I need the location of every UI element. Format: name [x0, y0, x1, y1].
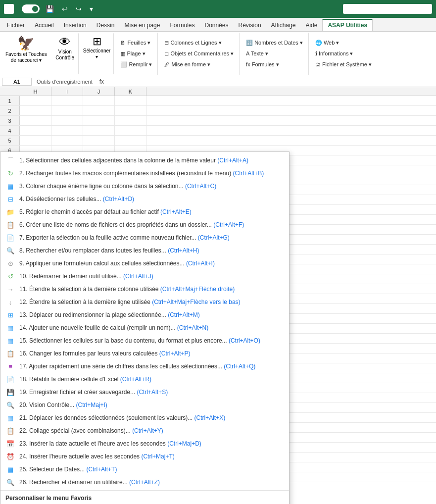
menu-item-text: 21. Déplacer les données sélectionnées (…: [19, 414, 284, 421]
menu-item-text: 10. Redémarrer le dernier outil utilisé.…: [19, 273, 284, 280]
cell[interactable]: [115, 136, 146, 145]
btn-nombres[interactable]: 🔢 Nombres et Dates ▾: [242, 38, 306, 48]
formula-bar: Outils d'enregistrement fx: [0, 76, 436, 87]
btn-formules-ribbon[interactable]: fx Formules ▾: [242, 59, 306, 70]
tab-formules[interactable]: Formules: [165, 20, 199, 31]
cell[interactable]: [83, 116, 115, 125]
ribbon-group-web: 🌐 Web ▾ ℹ Informations ▾ 🗂 Fichier et Sy…: [310, 33, 377, 75]
list-item[interactable]: ⌒1. Sélectionner des cellules adjacentes…: [0, 154, 289, 167]
list-item[interactable]: ⊟4. Désélectionner les cellules... (Ctrl…: [0, 193, 289, 205]
tab-insertion[interactable]: Insertion: [59, 20, 92, 31]
btn-colonnes[interactable]: ⊟ Colonnes et Lignes ▾: [161, 38, 237, 48]
tab-revision[interactable]: Révision: [234, 20, 266, 31]
ribbon-btn-vision[interactable]: 👁 VisionContrôle: [51, 33, 79, 75]
col-j: J: [83, 87, 115, 96]
list-item[interactable]: ▦21. Déplacer les données sélectionnées …: [0, 411, 289, 424]
cell-name-box[interactable]: [2, 78, 32, 86]
menu-separator: [0, 490, 289, 491]
cell[interactable]: [51, 116, 83, 125]
cell[interactable]: [83, 136, 115, 145]
btn-fichier-systeme[interactable]: 🗂 Fichier et Système ▾: [312, 59, 375, 70]
cell[interactable]: [20, 136, 51, 145]
btn-objets[interactable]: ◻ Objets et Commentaires ▾: [161, 49, 237, 59]
cell[interactable]: [51, 126, 83, 135]
list-item[interactable]: ↓12. Étendre la sélection à la dernière …: [0, 296, 289, 308]
cell[interactable]: [20, 96, 51, 105]
tab-aide[interactable]: Aide: [300, 20, 322, 31]
table-row[interactable]: 3: [0, 116, 436, 126]
cell[interactable]: [115, 116, 146, 125]
list-item[interactable]: ⊙9. Appliquer une formule/un calcul aux …: [0, 257, 289, 270]
list-item[interactable]: 📋16. Changer les formules par leurs vale…: [0, 347, 289, 360]
list-item[interactable]: 💾19. Enregistrer fichier et créer sauveg…: [0, 386, 289, 399]
formula-input[interactable]: [108, 79, 434, 85]
ribbon-btn-selectionner[interactable]: ⊞ Sélectionner▾: [80, 33, 114, 75]
cell[interactable]: [51, 96, 83, 105]
menu-item-text: 2. Recharger toutes les macros complémen…: [19, 170, 284, 177]
btn-feuilles[interactable]: 🗎 Feuilles ▾: [117, 38, 155, 48]
favoris-label: Favoris et Touchesde raccourci ▾: [5, 51, 47, 63]
table-row[interactable]: 1: [0, 96, 436, 106]
tab-accueil[interactable]: Accueil: [30, 20, 59, 31]
list-item[interactable]: ⊞13. Déplacer ou redimensionner la plage…: [0, 308, 289, 321]
cell[interactable]: [20, 116, 51, 125]
list-item[interactable]: →11. Étendre la sélection à la dernière …: [0, 283, 289, 296]
tab-dessin[interactable]: Dessin: [92, 20, 120, 31]
cell[interactable]: [83, 96, 115, 105]
tab-affichage[interactable]: Affichage: [266, 20, 301, 31]
list-item[interactable]: ↻2. Recharger toutes les macros compléme…: [0, 167, 289, 180]
list-item[interactable]: 📄7. Exporter la sélection ou la feuille …: [0, 231, 289, 244]
search-input[interactable]: [343, 4, 432, 14]
ribbon-btn-favoris[interactable]: 🦅 Favoris et Touchesde raccourci ▾: [2, 33, 50, 75]
cell[interactable]: [83, 126, 115, 135]
list-item[interactable]: ▦3. Colorer chaque énième ligne ou colon…: [0, 180, 289, 193]
menu-item-text: 15. Sélectionner les cellules sur la bas…: [19, 337, 284, 344]
tab-donnees[interactable]: Données: [199, 20, 233, 31]
list-item[interactable]: ▦15. Sélectionner les cellules sur la ba…: [0, 334, 289, 347]
cell[interactable]: [115, 96, 146, 105]
time-icon: ⏰: [5, 452, 15, 461]
cell[interactable]: [115, 106, 146, 115]
list-item[interactable]: ≡17. Ajouter rapidement une série de chi…: [0, 360, 289, 373]
cell[interactable]: [51, 106, 83, 115]
list-item[interactable]: 📅23. Insérer la date actuelle et l'heure…: [0, 437, 289, 450]
list-item[interactable]: 📋6. Créer une liste de noms de fichiers …: [0, 218, 289, 231]
cell[interactable]: [20, 126, 51, 135]
list-item[interactable]: 📁5. Régler le chemin d'accès par défaut …: [0, 205, 289, 218]
extend-right-icon: →: [5, 284, 15, 294]
table-row[interactable]: 4: [0, 126, 436, 136]
btn-web[interactable]: 🌐 Web ▾: [312, 38, 375, 48]
list-item[interactable]: 🔍20. Vision Contrôle... (Ctrl+Maj+I): [0, 399, 289, 411]
btn-informations[interactable]: ℹ Informations ▾: [312, 49, 375, 59]
autosave-toggle[interactable]: [22, 4, 40, 13]
cell[interactable]: [51, 136, 83, 145]
row-header: 4: [0, 126, 20, 135]
tab-fichier[interactable]: Fichier: [2, 20, 30, 31]
list-item[interactable]: 🔍8. Rechercher et/ou remplacer dans tout…: [0, 244, 289, 257]
redo-icon[interactable]: ↪: [74, 4, 84, 14]
table-row[interactable]: 2: [0, 106, 436, 116]
selectionner-label: Sélectionner▾: [83, 48, 111, 60]
list-item[interactable]: ▦14. Ajouter une nouvelle feuille de cal…: [0, 321, 289, 334]
list-item[interactable]: ▦25. Sélecteur de Dates... (Ctrl+Alt+T): [0, 463, 289, 476]
list-icon: 📋: [5, 220, 15, 230]
list-item[interactable]: ⏰24. Insérer l'heure actuelle avec les s…: [0, 450, 289, 463]
btn-texte[interactable]: A Texte ▾: [242, 49, 306, 59]
list-item[interactable]: 📋22. Collage spécial (avec combinaisons)…: [0, 424, 289, 437]
tab-asap-utilities[interactable]: ASAP Utilities: [322, 19, 373, 31]
table-row[interactable]: 5: [0, 136, 436, 146]
list-item[interactable]: 📄18. Rétablir la dernière cellule d'Exce…: [0, 373, 289, 386]
btn-mise-en-forme[interactable]: 🖊 Mise en forme ▾: [161, 59, 237, 70]
list-item[interactable]: ↺10. Redémarrer le dernier outil utilisé…: [0, 270, 289, 283]
list-item[interactable]: 🔍26. Rechercher et démarrer un utilitair…: [0, 476, 289, 489]
row-header: 2: [0, 106, 20, 115]
cell[interactable]: [115, 126, 146, 135]
tab-mise-en-page[interactable]: Mise en page: [119, 20, 165, 31]
save-icon[interactable]: 💾: [44, 4, 56, 14]
btn-remplir[interactable]: ⬜ Remplir ▾: [117, 59, 155, 70]
customize-icon[interactable]: ▾: [88, 4, 95, 14]
cell[interactable]: [83, 106, 115, 115]
cell[interactable]: [20, 106, 51, 115]
undo-icon[interactable]: ↩: [60, 4, 70, 14]
btn-plage[interactable]: ▦ Plage ▾: [117, 49, 155, 59]
